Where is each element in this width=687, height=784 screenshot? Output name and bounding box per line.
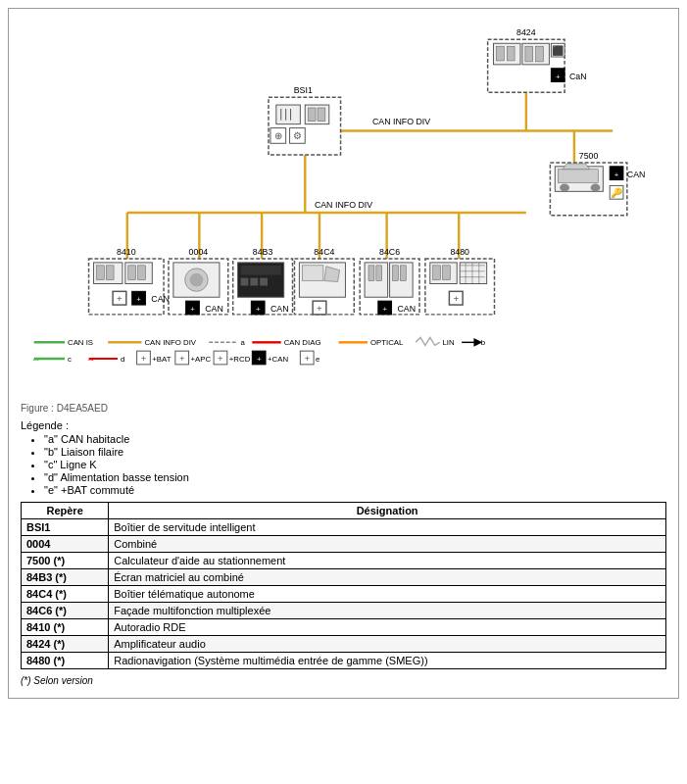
table-note: (*) Selon version xyxy=(21,675,666,686)
table-row: 7500 (*)Calculateur d'aide au stationnem… xyxy=(22,553,666,569)
svg-text:BSI1: BSI1 xyxy=(294,85,313,95)
svg-text:+RCD: +RCD xyxy=(229,355,251,364)
svg-text:CAN: CAN xyxy=(627,170,646,179)
svg-text:CAN INFO DIV: CAN INFO DIV xyxy=(372,117,430,126)
svg-text:+: + xyxy=(317,303,322,314)
svg-rect-30 xyxy=(507,46,515,61)
legende-section: Légende : "a" CAN habitacle"b" Liaison f… xyxy=(21,419,666,496)
svg-text:+: + xyxy=(141,354,146,364)
repere-cell: 8480 (*) xyxy=(22,653,109,669)
svg-text:8424: 8424 xyxy=(516,27,536,37)
designation-cell: Boîtier télématique autonome xyxy=(109,586,666,603)
designation-cell: Façade multifonction multiplexée xyxy=(109,603,666,619)
designation-cell: Autoradio RDE xyxy=(109,619,666,636)
svg-text:+: + xyxy=(614,171,619,179)
repere-cell: 84C6 (*) xyxy=(22,603,109,619)
svg-text:7500: 7500 xyxy=(579,151,599,161)
svg-rect-75 xyxy=(241,278,249,286)
svg-rect-29 xyxy=(496,46,504,61)
svg-text:+: + xyxy=(382,305,387,314)
svg-text:↔: ↔ xyxy=(31,354,41,365)
svg-rect-32 xyxy=(525,46,533,62)
legende-item: "a" CAN habitacle xyxy=(44,433,666,445)
svg-text:+: + xyxy=(257,355,262,364)
svg-rect-74 xyxy=(241,266,281,275)
legende-item: "b" Liaison filaire xyxy=(44,446,666,458)
repere-cell: 84C4 (*) xyxy=(22,586,109,603)
repere-cell: 84B3 (*) xyxy=(22,569,109,586)
svg-text:+: + xyxy=(179,354,184,364)
network-diagram: CAN INFO DIV BSI1 ⊕ ⚙ CAN INFO DIV xyxy=(17,17,670,399)
svg-rect-76 xyxy=(250,278,258,286)
legende-item: "d" Alimentation basse tension xyxy=(44,471,666,483)
svg-rect-77 xyxy=(260,278,268,286)
svg-text:+: + xyxy=(256,305,261,314)
table-row: 8480 (*)Radionavigation (Système multimé… xyxy=(22,653,666,669)
svg-text:+: + xyxy=(305,354,310,364)
svg-rect-103 xyxy=(460,263,486,284)
svg-text:e: e xyxy=(316,355,319,364)
svg-text:⬛: ⬛ xyxy=(552,44,564,57)
repere-cell: 8424 (*) xyxy=(22,636,109,653)
designation-cell: Combiné xyxy=(109,536,666,553)
svg-rect-19 xyxy=(308,108,316,122)
svg-text:a: a xyxy=(241,338,246,347)
svg-text:+: + xyxy=(556,73,561,81)
svg-rect-53 xyxy=(96,266,104,280)
reference-table: Repère Désignation BSI1Boîtier de servit… xyxy=(21,502,666,669)
designation-cell: Radionavigation (Système multimédia entr… xyxy=(109,653,666,669)
svg-text:+: + xyxy=(190,305,195,314)
svg-point-42 xyxy=(560,183,569,191)
svg-text:CAN INFO DIV: CAN INFO DIV xyxy=(144,338,196,347)
col-header-designation: Désignation xyxy=(109,503,666,519)
svg-text:84B3: 84B3 xyxy=(253,247,273,257)
svg-point-43 xyxy=(591,183,601,191)
svg-text:🔑: 🔑 xyxy=(611,186,623,199)
svg-text:→: → xyxy=(86,354,96,365)
svg-text:OPTICAL: OPTICAL xyxy=(370,338,404,347)
svg-rect-93 xyxy=(393,266,399,281)
svg-text:CAN DIAG: CAN DIAG xyxy=(284,338,321,347)
table-row: 8424 (*)Amplificateur audio xyxy=(22,636,666,653)
col-header-repere: Repère xyxy=(22,503,109,519)
svg-rect-94 xyxy=(400,266,406,281)
legende-item: "e" +BAT commuté xyxy=(44,484,666,496)
table-row: 8410 (*)Autoradio RDE xyxy=(22,619,666,636)
svg-text:CaN: CaN xyxy=(569,72,587,81)
svg-rect-56 xyxy=(128,266,136,280)
repere-cell: 8410 (*) xyxy=(22,619,109,636)
legende-title: Légende : xyxy=(21,419,69,431)
svg-text:CAN: CAN xyxy=(397,304,416,314)
svg-rect-91 xyxy=(376,266,382,281)
table-row: 0004Combiné xyxy=(22,536,666,553)
designation-cell: Boîtier de servitude intelligent xyxy=(109,519,666,536)
svg-text:+: + xyxy=(453,293,459,304)
repere-cell: 0004 xyxy=(22,536,109,553)
svg-text:+BAT: +BAT xyxy=(152,355,171,364)
svg-text:CAN: CAN xyxy=(205,304,223,314)
svg-text:CAN IS: CAN IS xyxy=(68,338,93,347)
svg-text:84C4: 84C4 xyxy=(314,247,334,257)
svg-text:8480: 8480 xyxy=(450,247,469,257)
svg-rect-101 xyxy=(433,266,441,280)
svg-text:84C6: 84C6 xyxy=(379,247,400,257)
repere-cell: BSI1 xyxy=(22,519,109,536)
svg-text:LIN: LIN xyxy=(443,338,456,347)
svg-text:b: b xyxy=(481,338,486,347)
svg-text:CAN INFO DIV: CAN INFO DIV xyxy=(315,200,372,210)
svg-rect-84 xyxy=(302,266,323,281)
designation-cell: Calculateur d'aide au stationnement xyxy=(109,553,666,569)
svg-rect-20 xyxy=(318,108,325,122)
svg-rect-14 xyxy=(276,105,301,124)
svg-text:+: + xyxy=(218,354,222,364)
legende-list: "a" CAN habitacle"b" Liaison filaire"c" … xyxy=(44,433,666,496)
svg-rect-90 xyxy=(368,266,374,281)
svg-text:+: + xyxy=(136,295,141,304)
svg-rect-102 xyxy=(443,266,451,280)
svg-rect-44 xyxy=(558,170,598,183)
table-row: 84C4 (*)Boîtier télématique autonome xyxy=(22,586,666,603)
repere-cell: 7500 (*) xyxy=(22,553,109,569)
svg-text:d: d xyxy=(121,355,124,364)
svg-text:⊕: ⊕ xyxy=(274,130,282,141)
designation-cell: Amplificateur audio xyxy=(109,636,666,653)
